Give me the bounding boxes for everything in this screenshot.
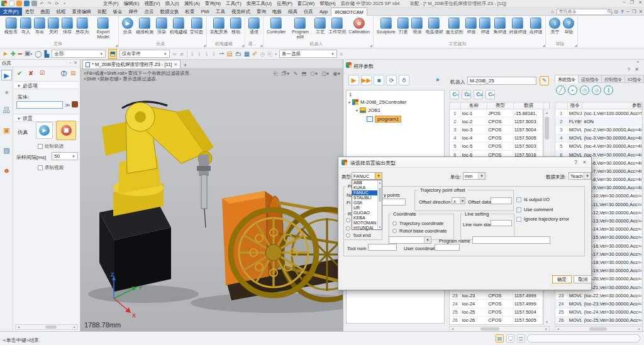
wait-time-icon[interactable]: ◷ — [580, 85, 589, 95]
insert-location-icon[interactable]: C9 — [474, 90, 483, 99]
ribbon-item[interactable]: 保存 — [60, 17, 74, 35]
cancel-icon[interactable]: ✘ — [28, 70, 33, 77]
close-icon[interactable]: ✕ — [74, 60, 77, 65]
caret-down-icon[interactable]: ▾ — [348, 100, 350, 104]
chevron-down-icon[interactable]: ▼ — [460, 198, 465, 204]
ribbon-item[interactable]: 机电建模 — [169, 17, 189, 35]
restore-icon[interactable]: ❐ — [630, 0, 634, 5]
line-num-input[interactable] — [491, 220, 512, 226]
scroll-up-icon[interactable]: ▲ — [378, 181, 382, 184]
ribbon-tab[interactable]: 钣金 — [110, 8, 126, 16]
command-row[interactable]: 24MOVL(loc-23,Vel=30.00000,Acc=40.0 — [555, 300, 642, 308]
type-combo[interactable]: FANUC ▼ — [352, 172, 382, 180]
chevron-down-icon[interactable]: ▼ — [584, 173, 591, 179]
command-row[interactable]: 3MOVL(loc-2,Vel=30.00000,Acc=40.0 — [555, 126, 642, 134]
scroll-thumb[interactable] — [45, 326, 57, 329]
ribbon-item[interactable]: 渲染 — [155, 17, 169, 35]
ribbon-tab[interactable]: App — [316, 8, 331, 16]
chevron-down-icon[interactable]: ▼ — [375, 173, 382, 179]
expand-panel-icon[interactable]: » — [436, 76, 440, 83]
run-fast-icon[interactable]: ▶▶ — [361, 75, 372, 85]
ribbon-pin-icon[interactable]: ❐ — [632, 9, 636, 14]
minimize-icon[interactable]: ─ — [623, 0, 626, 5]
stop-icon[interactable]: ■ — [374, 75, 384, 85]
pause-icon[interactable]: ∥ — [604, 85, 613, 95]
tree-item-controller[interactable]: ▾ M-20iB_25Controller — [348, 99, 406, 105]
selection-mode-combo[interactable]: 单一选择▼ — [279, 50, 337, 58]
menu-item[interactable]: 帮助(H) — [317, 1, 338, 7]
align-icon-1[interactable]: ≂ — [172, 50, 177, 58]
panel-menu-icon[interactable]: ≡ — [636, 60, 639, 64]
data-source-combo[interactable]: Teach ▼ — [569, 172, 591, 180]
ribbon-item[interactable]: 碰撞检测 — [135, 17, 155, 35]
edit-command-icon[interactable]: ╱ — [556, 85, 565, 95]
close-icon[interactable]: × — [583, 159, 586, 165]
ribbon-tab[interactable]: 点云 — [142, 8, 157, 16]
ribbon-item[interactable]: 焊接 — [464, 17, 478, 35]
menu-item[interactable]: 实用工具(U) — [244, 1, 274, 7]
chevron-down-icon[interactable]: ▼ — [424, 237, 431, 243]
apply-icon[interactable]: ☑ — [40, 70, 45, 76]
location-row[interactable]: 26loc-26CPOS1157.5005 — [450, 317, 543, 325]
edit-robot-icon[interactable]: ✎ — [540, 76, 549, 85]
sample-interval-combo[interactable]: 50▼ — [52, 152, 78, 160]
circle-select-icon[interactable]: ◯ — [35, 50, 42, 58]
brand-list-item[interactable]: FANUC — [352, 190, 378, 195]
menu-item[interactable]: 插入(I) — [163, 1, 182, 7]
stop-tool-icon[interactable]: ▪ — [275, 50, 277, 58]
sketch-icon[interactable]: ✎ — [293, 70, 297, 77]
part-filter-icon[interactable]: ⬒ — [108, 49, 116, 59]
layer-icon[interactable]: ▤ — [226, 50, 232, 58]
scroll-right-icon[interactable]: ▸ — [636, 327, 642, 331]
part-filter-combo[interactable]: 仅有零件▼ — [119, 50, 170, 58]
menu-item[interactable]: 属性(A) — [182, 1, 203, 7]
ribbon-item[interactable]: Sculpture — [375, 17, 397, 35]
dialog-checkbox[interactable]: Ignore trajectory error — [516, 216, 569, 222]
menu-item[interactable]: 窗口(W) — [295, 1, 317, 7]
add-selection-icon[interactable]: ✚ — [10, 50, 15, 58]
tree-item-program[interactable]: program1 — [367, 116, 401, 123]
scroll-left-icon[interactable]: ◂ — [450, 327, 455, 331]
ribbon-tab[interactable]: 造型 — [22, 8, 38, 16]
ribbon-tab[interactable]: 查询 — [253, 8, 269, 16]
filter-chart-icon[interactable]: ▙ — [44, 50, 49, 58]
ribbon-item[interactable]: ▶仿真 — [121, 17, 135, 35]
command-tab[interactable]: 控制指令 — [602, 75, 625, 83]
open-file-icon[interactable] — [16, 1, 22, 6]
ribbon-tab[interactable]: 焊件 — [126, 8, 142, 16]
layers-icon[interactable]: 🗇▾ — [281, 70, 289, 77]
menu-item[interactable]: 云存储 — [338, 1, 358, 7]
undo-icon[interactable]: ↶ — [39, 1, 45, 6]
ribbon-tab[interactable]: 线框 — [53, 8, 69, 16]
add-location-group-icon[interactable]: CG — [462, 90, 471, 99]
menu-item[interactable]: 应用(P) — [274, 1, 295, 7]
close-tab-icon[interactable]: ✕ — [174, 62, 177, 67]
offset-data-input[interactable] — [491, 197, 512, 204]
new-tab-button[interactable]: + — [180, 62, 189, 68]
chevron-down-icon[interactable]: ▼ — [478, 173, 485, 179]
caret-down-icon[interactable]: ▾ — [356, 108, 358, 112]
stop-command-icon[interactable]: ▪ — [568, 85, 577, 95]
confirm-icon[interactable]: ✔ — [17, 70, 22, 77]
menu-item[interactable]: 文件(F) — [101, 1, 121, 7]
ribbon-item[interactable]: ?帮助 — [562, 17, 575, 35]
close-icon[interactable]: ✕ — [635, 67, 639, 72]
entity-input[interactable] — [16, 101, 63, 109]
group-launcher-icon[interactable]: ◢ — [543, 43, 545, 47]
refresh-icon[interactable]: ⟳ — [54, 1, 60, 6]
ribbon-item[interactable]: 角焊缝 — [492, 17, 508, 35]
ribbon-item[interactable]: 打磨 — [396, 17, 410, 35]
snap-icon-5[interactable]: ⇀ — [219, 50, 224, 58]
ribbon-item[interactable]: 电弧增材 — [424, 17, 444, 35]
record-video-checkbox[interactable]: 录制视频 — [38, 165, 64, 171]
info-icon[interactable]: ⓘ — [61, 70, 67, 78]
prompt-mode-icon[interactable]: ▤ — [496, 334, 504, 342]
ribbon-item[interactable]: Program edit — [287, 17, 313, 40]
brand-list-item[interactable]: UR — [352, 205, 378, 211]
ribbon-item[interactable]: 对接焊缝 — [508, 17, 528, 35]
draw-trajectory-checkbox[interactable]: 绘制轨迹 — [38, 143, 64, 150]
scroll-right-icon[interactable]: ▸ — [543, 327, 549, 331]
condition-icon[interactable]: ◶ — [592, 85, 601, 95]
ribbon-item[interactable]: 导出 — [33, 17, 47, 35]
brand-list-item[interactable]: STAUBLI — [352, 195, 378, 200]
